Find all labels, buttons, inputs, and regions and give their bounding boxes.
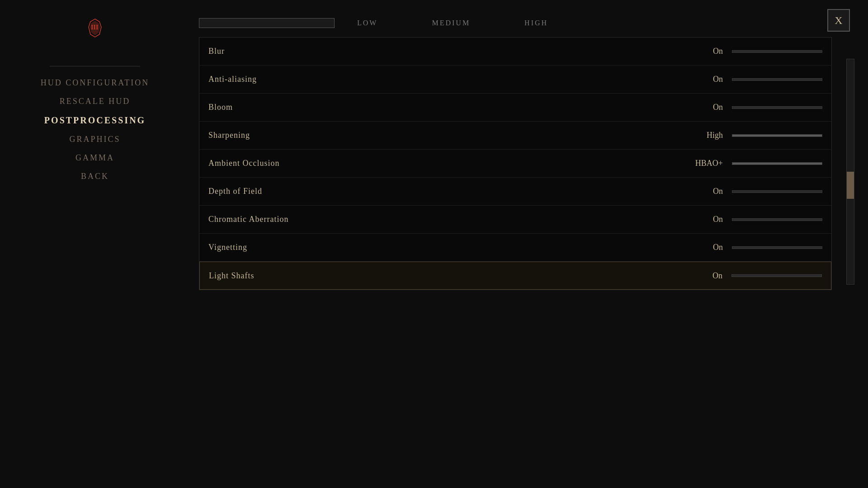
- nav-item-hud-configuration[interactable]: HUD CONFIGURATION: [32, 75, 159, 90]
- setting-row-vignetting[interactable]: VignettingOn: [199, 234, 831, 262]
- logo-wild-hunt-row: III: [82, 18, 108, 38]
- setting-row-ambient-occlusion[interactable]: Ambient OcclusionHBAO+: [199, 150, 831, 178]
- setting-value: HBAO+: [687, 159, 723, 168]
- setting-row-chromatic-aberration[interactable]: Chromatic AberrationOn: [199, 206, 831, 234]
- preset-level-medium[interactable]: MEDIUM: [432, 19, 470, 27]
- setting-row-bloom[interactable]: BloomOn: [199, 94, 831, 122]
- nav-item-gamma[interactable]: GAMMA: [66, 150, 123, 165]
- scrollbar[interactable]: [846, 59, 854, 285]
- presets-bar: LOWMEDIUMHIGH: [199, 18, 832, 28]
- setting-value: On: [687, 47, 723, 56]
- setting-slider[interactable]: [732, 246, 822, 249]
- setting-value: On: [687, 75, 723, 84]
- slider-track[interactable]: [732, 134, 822, 137]
- setting-name: Blur: [208, 47, 687, 56]
- setting-value: High: [687, 131, 723, 140]
- setting-slider[interactable]: [732, 134, 822, 137]
- setting-row-sharpening[interactable]: SharpeningHigh: [199, 122, 831, 150]
- preset-levels: LOWMEDIUMHIGH: [357, 19, 548, 27]
- nav-menu: HUD CONFIGURATIONRESCALE HUDPOSTPROCESSI…: [0, 75, 190, 184]
- main-content: LOWMEDIUMHIGH BlurOnAnti-aliasingOnBloom…: [190, 0, 868, 488]
- setting-name: Ambient Occlusion: [208, 159, 687, 168]
- setting-value: On: [687, 243, 723, 252]
- preset-level-high[interactable]: HIGH: [524, 19, 548, 27]
- slider-track[interactable]: [732, 246, 822, 249]
- slider-track[interactable]: [732, 218, 822, 221]
- nav-item-back[interactable]: BACK: [72, 169, 118, 184]
- setting-slider[interactable]: [732, 106, 822, 109]
- nav-item-postprocessing[interactable]: POSTPROCESSING: [35, 113, 155, 128]
- preset-level-low[interactable]: LOW: [357, 19, 377, 27]
- scrollbar-thumb[interactable]: [847, 172, 854, 199]
- setting-value: On: [687, 103, 723, 112]
- svg-text:III: III: [91, 24, 98, 31]
- setting-name: Light Shafts: [209, 271, 686, 281]
- settings-list: BlurOnAnti-aliasingOnBloomOnSharpeningHi…: [199, 37, 832, 290]
- slider-track[interactable]: [732, 106, 822, 109]
- setting-name: Vignetting: [208, 243, 687, 252]
- nav-item-graphics[interactable]: GRAPHICS: [60, 132, 129, 147]
- setting-name: Sharpening: [208, 131, 687, 140]
- setting-value: On: [687, 187, 723, 196]
- setting-slider[interactable]: [732, 50, 822, 53]
- setting-slider[interactable]: [731, 274, 822, 277]
- setting-slider[interactable]: [732, 78, 822, 81]
- slider-track[interactable]: [732, 190, 822, 193]
- nav-item-rescale-hud[interactable]: RESCALE HUD: [51, 94, 140, 109]
- slider-track[interactable]: [732, 162, 822, 165]
- setting-name: Depth of Field: [208, 187, 687, 196]
- setting-slider[interactable]: [732, 218, 822, 221]
- setting-row-blur[interactable]: BlurOn: [199, 38, 831, 66]
- setting-row-depth-of-field[interactable]: Depth of FieldOn: [199, 178, 831, 206]
- slider-fill: [732, 163, 822, 164]
- slider-track[interactable]: [731, 274, 822, 277]
- presets-dropdown[interactable]: [199, 18, 335, 28]
- sidebar-divider: [50, 66, 140, 66]
- logo-container: III: [82, 18, 108, 57]
- slider-track[interactable]: [732, 78, 822, 81]
- setting-slider[interactable]: [732, 162, 822, 165]
- wolf-medallion-icon: III: [87, 18, 103, 38]
- sidebar: III HUD CONFIGURATIONRESCALE HUDPOSTPROC…: [0, 0, 190, 488]
- slider-fill: [732, 135, 822, 136]
- setting-value: On: [687, 215, 723, 224]
- setting-name: Chromatic Aberration: [208, 215, 687, 224]
- setting-row-light-shafts[interactable]: Light ShaftsOn: [199, 262, 831, 290]
- setting-value: On: [686, 271, 722, 281]
- setting-name: Anti-aliasing: [208, 75, 687, 84]
- slider-track[interactable]: [732, 50, 822, 53]
- setting-row-anti-aliasing[interactable]: Anti-aliasingOn: [199, 66, 831, 94]
- setting-name: Bloom: [208, 103, 687, 112]
- setting-slider[interactable]: [732, 190, 822, 193]
